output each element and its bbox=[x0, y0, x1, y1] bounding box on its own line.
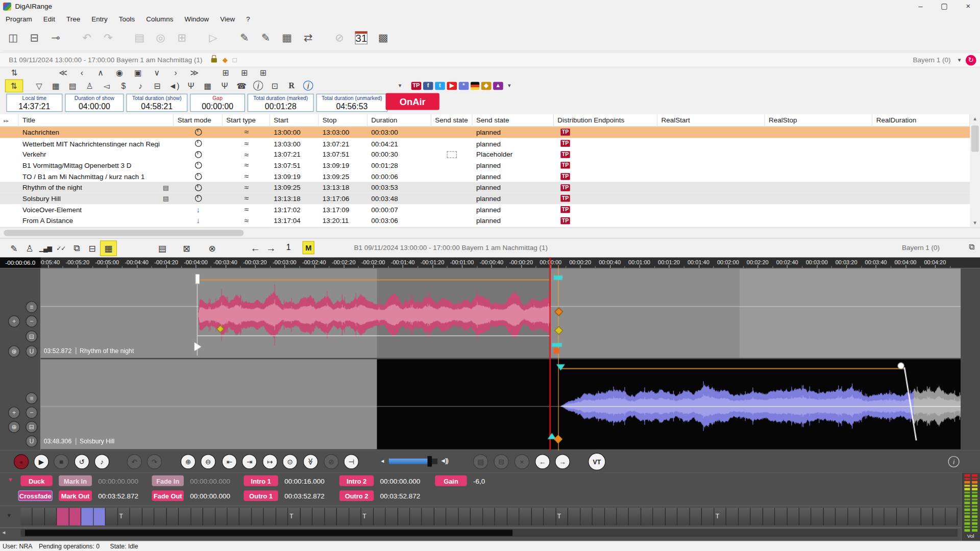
mic-icon[interactable]: Ψ bbox=[183, 80, 200, 91]
rundown-segment[interactable] bbox=[240, 508, 252, 525]
table-row[interactable]: From A Distance↓≈13:17:0413:20:1100:03:0… bbox=[0, 215, 970, 227]
column-header-start[interactable]: Start bbox=[270, 114, 319, 127]
track1-zoom-in-button[interactable]: + bbox=[8, 315, 20, 327]
sort-icon[interactable]: ⇅ bbox=[5, 67, 24, 78]
rundown-segment[interactable] bbox=[532, 508, 544, 525]
fade-in-handle[interactable] bbox=[195, 273, 200, 284]
asterisk-badge-icon[interactable]: * bbox=[459, 82, 469, 90]
mark-out-button[interactable]: Mark Out bbox=[59, 490, 92, 501]
intro2-button[interactable]: Intro 2 bbox=[339, 475, 374, 486]
table-row[interactable]: B1 Vormittag/Mittag Openerbett 3 D≈13:07… bbox=[0, 160, 970, 171]
table-row[interactable]: TO / B1 am Mi Nachmittag / kurz nach 1≈1… bbox=[0, 171, 970, 182]
stop-button[interactable]: ■ bbox=[54, 454, 68, 469]
grid-view-icon[interactable]: ▩ bbox=[373, 28, 394, 47]
next-entry-icon[interactable]: › bbox=[166, 67, 185, 78]
edit-entry-icon[interactable]: ✎ bbox=[255, 28, 277, 47]
forward-arrow-icon[interactable]: → bbox=[263, 241, 279, 256]
pencil-icon[interactable]: ✎ bbox=[6, 241, 22, 256]
cancel-take-icon[interactable]: ⊗ bbox=[204, 241, 220, 256]
menu-edit[interactable]: Edit bbox=[38, 15, 61, 22]
add-person-icon[interactable]: ♙ bbox=[22, 241, 38, 256]
scrollbar-track[interactable] bbox=[20, 529, 958, 537]
table-row[interactable]: Verkehr≈13:07:2113:07:5100:00:30Placehol… bbox=[0, 149, 970, 160]
rundown-segment[interactable] bbox=[775, 508, 787, 525]
menu-program[interactable]: Program bbox=[0, 15, 38, 22]
cancel-button[interactable]: × bbox=[514, 454, 529, 469]
timeline-ruler[interactable]: -00:05:40-00:05:20-00:05:00-00:04:40-00:… bbox=[0, 257, 980, 268]
youtube-icon[interactable]: ▶ bbox=[447, 82, 457, 90]
rundown-segment[interactable] bbox=[93, 508, 106, 525]
trim-button[interactable]: ⊣ bbox=[344, 454, 358, 469]
music-icon[interactable]: ♪ bbox=[132, 80, 149, 91]
card-view-icon[interactable]: ▦ bbox=[276, 28, 298, 47]
rundown-segment[interactable] bbox=[264, 508, 276, 525]
outro2-button[interactable]: Outro 2 bbox=[339, 490, 374, 501]
volume-slider[interactable] bbox=[389, 459, 438, 464]
tp-badge[interactable]: TP bbox=[411, 82, 422, 90]
volume-thumb[interactable] bbox=[428, 456, 432, 467]
editor-horizontal-scrollbar[interactable]: ◄ bbox=[0, 528, 961, 541]
scrollbar-thumb[interactable] bbox=[971, 126, 979, 152]
redo-edit-button[interactable]: ↷ bbox=[147, 454, 162, 469]
column-header-realduration[interactable]: RealDuration bbox=[872, 114, 970, 127]
next-take-button[interactable]: → bbox=[555, 454, 570, 469]
channel-selector[interactable]: Bayern 1 (0) bbox=[913, 56, 950, 64]
filter-dropdown-caret-icon[interactable]: ▼ bbox=[398, 83, 403, 88]
track2-pan-button[interactable]: ⊕ bbox=[8, 421, 20, 433]
intro1-button[interactable]: Intro 1 bbox=[244, 475, 278, 486]
rundown-segment[interactable] bbox=[142, 508, 155, 525]
calendar2-icon[interactable]: ▦ bbox=[200, 80, 216, 91]
rundown-segment[interactable] bbox=[349, 508, 361, 525]
scroll-left-icon[interactable]: ◄ bbox=[1, 530, 6, 535]
rundown-segment[interactable] bbox=[203, 508, 215, 525]
tape-icon[interactable]: ⊟ bbox=[149, 80, 165, 91]
down-icon[interactable]: ∨ bbox=[148, 67, 166, 78]
insert-above-icon[interactable]: ⊞ bbox=[216, 67, 235, 78]
speaker-icon[interactable]: ◄) bbox=[165, 80, 182, 91]
channel-caret-icon[interactable]: ▼ bbox=[957, 57, 962, 63]
table-row[interactable]: Solsbury Hill▤≈13:13:1813:17:0600:03:48p… bbox=[0, 193, 970, 205]
waveform-canvas[interactable] bbox=[41, 268, 961, 450]
goto-date-icon[interactable]: ▣ bbox=[129, 67, 148, 78]
minimize-button[interactable]: – bbox=[909, 0, 933, 12]
track2-mark-top-icon[interactable] bbox=[556, 364, 565, 370]
columns-icon[interactable]: ▦ bbox=[47, 80, 64, 91]
rundown-segment[interactable] bbox=[276, 508, 288, 525]
rundown-segment[interactable] bbox=[666, 508, 678, 525]
rundown-segment[interactable] bbox=[69, 508, 82, 525]
rundown-segment[interactable] bbox=[495, 508, 507, 525]
scrollbar-thumb[interactable] bbox=[25, 530, 512, 536]
rundown-segment[interactable] bbox=[33, 508, 45, 525]
zoom-selection-button[interactable]: ⊙ bbox=[282, 454, 297, 469]
rundown-segment[interactable] bbox=[848, 508, 860, 525]
table-row[interactable]: VoiceOver-Element↓≈13:17:0213:17:0900:00… bbox=[0, 204, 970, 215]
rundown-segment[interactable] bbox=[301, 508, 313, 525]
audition-button[interactable]: ♪ bbox=[94, 454, 109, 469]
rundown-segment[interactable] bbox=[568, 508, 580, 525]
rundown-segment[interactable] bbox=[20, 508, 33, 525]
column-header-duration[interactable]: Duration bbox=[368, 114, 431, 127]
rundown-segment[interactable] bbox=[459, 508, 471, 525]
goto-mark-button[interactable]: ↦ bbox=[262, 454, 277, 469]
maximize-button[interactable]: ▢ bbox=[933, 0, 957, 12]
rundown-segment[interactable] bbox=[434, 508, 447, 525]
redo-icon[interactable]: ↷ bbox=[97, 28, 119, 47]
insert-below-icon[interactable]: ⊞ bbox=[235, 67, 254, 78]
scroll-up-icon[interactable]: ▲ bbox=[970, 114, 980, 123]
column-header-distributionendpoints[interactable]: Distribution Endpoints bbox=[554, 114, 657, 127]
prev-entry-icon[interactable]: ‹ bbox=[72, 67, 91, 78]
sync-icon[interactable]: ↻ bbox=[966, 55, 976, 65]
up-icon[interactable]: ∧ bbox=[91, 67, 110, 78]
rundown-segment[interactable] bbox=[641, 508, 653, 525]
table-row[interactable]: Rhythm of the night▤≈13:09:2513:13:1800:… bbox=[0, 182, 970, 193]
zoom-all-button[interactable]: ⊘ bbox=[324, 454, 338, 469]
rundown-segment[interactable] bbox=[885, 508, 897, 525]
transport-info-button[interactable]: i bbox=[948, 456, 960, 467]
rundown-segments[interactable]: TTTTT bbox=[20, 508, 958, 525]
clip-start-flag[interactable] bbox=[194, 342, 201, 351]
track1-menu-button[interactable]: ≡ bbox=[26, 301, 37, 313]
info2-icon[interactable]: i bbox=[303, 81, 313, 91]
rundown-segment[interactable] bbox=[909, 508, 921, 525]
rundown-segment[interactable] bbox=[45, 508, 57, 525]
scroll-down-icon[interactable]: ▼ bbox=[970, 218, 980, 227]
